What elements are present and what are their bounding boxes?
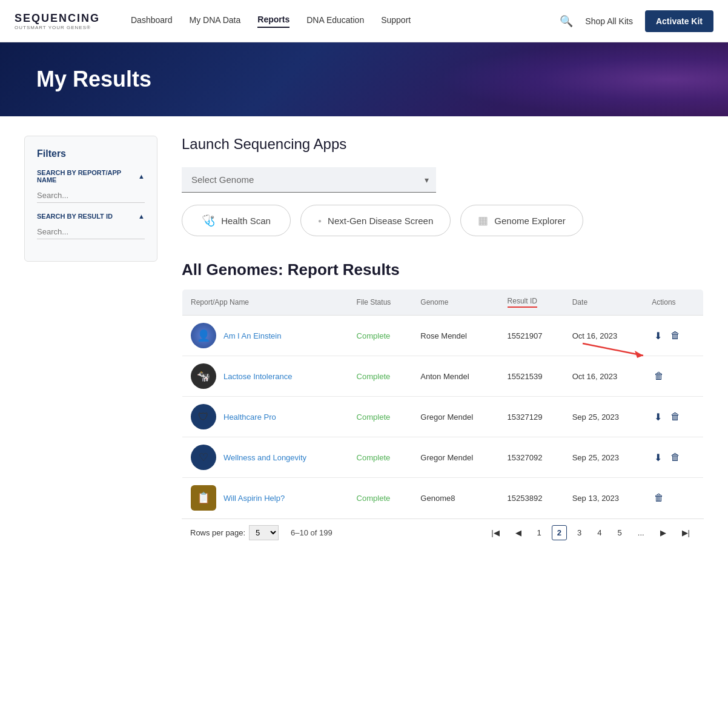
filter-name-chevron-icon: ▲ [138,173,145,180]
page-ellipsis[interactable]: ... [632,525,650,540]
app-row-icon: ♡ [191,445,216,470]
filter-section-name: SEARCH BY REPORT/APP NAME ▲ [37,169,145,203]
app-name-link[interactable]: Will Aspirin Help? [223,494,285,503]
shop-all-kits-link[interactable]: Shop All Kits [585,16,633,26]
filter-name-input[interactable] [37,188,145,203]
col-file-status: File Status [348,290,412,316]
table-row: ♡ Wellness and Longevity Complete Gregor… [182,437,704,478]
health-scan-button[interactable]: 🩺 Health Scan [182,205,291,236]
app-name-link[interactable]: Am I An Einstein [223,331,281,340]
date-cell: Sep 25, 2023 [564,437,644,478]
app-name-link[interactable]: Lactose Intolerance [223,372,292,381]
table-row: 🐄 Lactose Intolerance Complete Anton Men… [182,356,704,397]
app-row-icon: 🛡 [191,404,216,429]
filter-name-header[interactable]: SEARCH BY REPORT/APP NAME ▲ [37,169,145,184]
page-2-button[interactable]: 2 [552,525,567,540]
file-status-cell: Complete [348,316,412,356]
page-range-info: 6–10 of 199 [291,528,474,537]
page-4-button[interactable]: 4 [592,525,607,540]
page-1-button[interactable]: 1 [532,525,547,540]
table-row: 📋 Will Aspirin Help? Complete Genome8 15… [182,478,704,518]
last-page-button[interactable]: ▶| [677,525,695,540]
nav-dashboard[interactable]: Dashboard [131,15,173,27]
search-icon-button[interactable]: 🔍 [560,15,573,28]
delete-button[interactable]: 🗑 [652,368,666,384]
results-section: All Genomes: Report Results Report/App N… [182,260,704,546]
result-id-cell: 15253892 [499,478,564,518]
hero-banner: My Results [0,42,728,116]
genome-explorer-icon: ▦ [478,214,488,227]
next-gen-disease-button[interactable]: ● Next-Gen Disease Screen [300,205,451,236]
filter-id-input[interactable] [37,225,145,239]
genome-cell: Anton Mendel [412,356,498,397]
delete-button[interactable]: 🗑 [668,409,683,425]
nav-my-dna-data[interactable]: My DNA Data [190,15,241,27]
delete-button[interactable]: 🗑 [668,449,683,465]
app-row-icon: 👤 [191,323,216,348]
result-id-cell: 15327129 [499,397,564,437]
main-content: Filters SEARCH BY REPORT/APP NAME ▲ SEAR… [0,116,728,566]
nav-support[interactable]: Support [381,15,411,27]
page-5-button[interactable]: 5 [612,525,627,540]
table-row: 🛡 Healthcare Pro Complete Gregor Mendel … [182,397,704,437]
select-genome-dropdown[interactable]: Select Genome [182,167,436,193]
prev-page-button[interactable]: ◀ [510,525,527,540]
actions-td: ⬇🗑 [643,316,703,356]
filter-section-id: SEARCH BY RESULT ID ▲ [37,213,145,239]
pagination-bar: Rows per page: 5 10 6–10 of 199 |◀ ◀ 1 2… [182,518,704,546]
page-3-button[interactable]: 3 [572,525,587,540]
header: SEQUENCING OUTSMART YOUR GENES® Dashboar… [0,0,728,42]
filters-title: Filters [37,148,145,159]
nav-dna-education[interactable]: DNA Education [306,15,364,27]
header-right: 🔍 Shop All Kits Activate Kit [560,10,713,32]
nav-reports[interactable]: Reports [257,15,290,28]
genome-cell: Gregor Mendel [412,397,498,437]
date-cell: Sep 13, 2023 [564,478,644,518]
result-id-cell: 15521907 [499,316,564,356]
actions-cell: 🗑 [652,490,695,506]
right-content: Launch Sequencing Apps Select Genome ▾ 🩺… [182,136,704,546]
result-id-cell: 15521539 [499,356,564,397]
app-row-icon: 🐄 [191,363,216,389]
next-page-button[interactable]: ▶ [655,525,672,540]
date-cell: Oct 16, 2023 [564,356,644,397]
col-actions: Actions [643,290,703,316]
rows-per-page-section: Rows per page: 5 10 [190,525,279,540]
download-button[interactable]: ⬇ [652,409,664,425]
actions-td: 🗑 [643,356,703,397]
app-name-link[interactable]: Healthcare Pro [223,412,276,422]
filter-name-label: SEARCH BY REPORT/APP NAME [37,169,138,184]
col-date: Date [564,290,644,316]
filter-id-label: SEARCH BY RESULT ID [37,213,113,220]
delete-button[interactable]: 🗑 [652,490,666,506]
next-gen-icon: ● [318,217,322,224]
actions-td: ⬇🗑 [643,397,703,437]
download-button[interactable]: ⬇ [652,328,664,344]
rows-per-page-label: Rows per page: [190,528,245,537]
filters-panel: Filters SEARCH BY REPORT/APP NAME ▲ SEAR… [24,136,157,262]
first-page-button[interactable]: |◀ [486,525,505,540]
filter-id-header[interactable]: SEARCH BY RESULT ID ▲ [37,213,145,220]
launch-apps-title: Launch Sequencing Apps [182,136,704,153]
download-button[interactable]: ⬇ [652,449,664,466]
rows-per-page-select[interactable]: 5 10 [249,525,279,540]
select-genome-container: Select Genome ▾ [182,167,436,193]
activate-kit-button[interactable]: Activate Kit [645,10,713,32]
actions-cell: ⬇🗑 [652,409,695,425]
results-title: All Genomes: Report Results [182,260,704,279]
actions-cell: ⬇🗑 [652,449,695,466]
app-row-icon: 📋 [191,485,216,511]
actions-td: 🗑 [643,478,703,518]
delete-button[interactable]: 🗑 [668,328,683,343]
nav: Dashboard My DNA Data Reports DNA Educat… [131,15,560,28]
actions-td: ⬇🗑 [643,437,703,478]
page-title: My Results [36,67,692,92]
date-cell: Oct 16, 2023 [564,316,644,356]
filter-id-chevron-icon: ▲ [138,213,145,220]
genome-explorer-button[interactable]: ▦ Genome Explorer [460,205,583,236]
health-scan-label: Health Scan [221,216,271,226]
date-cell: Sep 25, 2023 [564,397,644,437]
col-report-name: Report/App Name [182,290,348,316]
table-header-row: Report/App Name File Status Genome Resul… [182,290,704,316]
app-name-link[interactable]: Wellness and Longevity [223,453,306,462]
